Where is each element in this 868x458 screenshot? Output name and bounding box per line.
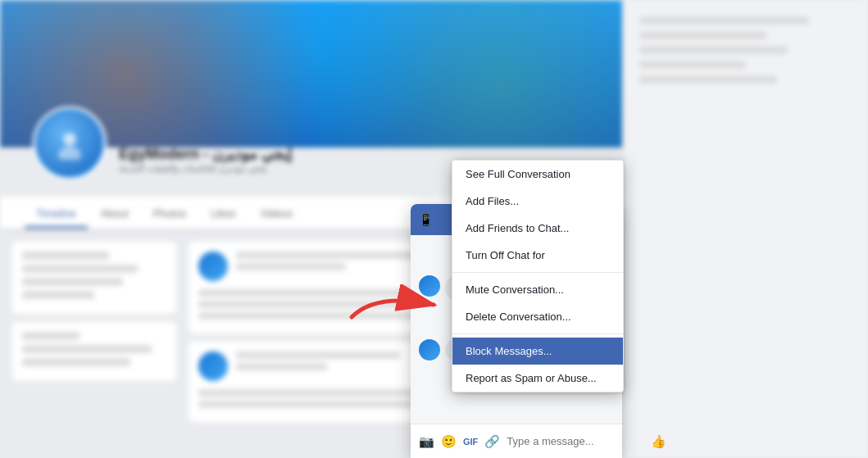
profile-info: EgyModern - إيجي موديرن إيجي موديرن للحا… bbox=[119, 145, 292, 180]
chat-input[interactable] bbox=[507, 435, 644, 447]
profile-section: EgyModern - إيجي موديرن إيجي موديرن للحا… bbox=[33, 107, 292, 180]
tab-timeline[interactable]: Timeline bbox=[25, 201, 88, 229]
profile-subtitle: إيجي موديرن للحاسبات والتقنيات الحديثة bbox=[119, 163, 292, 174]
emoji-icon[interactable]: 🙂 bbox=[441, 434, 457, 449]
menu-turn-off-chat[interactable]: Turn Off Chat for bbox=[452, 242, 623, 269]
avatar bbox=[33, 107, 107, 180]
menu-add-files[interactable]: Add Files... bbox=[452, 188, 623, 215]
menu-divider-2 bbox=[452, 333, 623, 334]
chat-avatar bbox=[419, 275, 440, 297]
menu-see-full-conversation[interactable]: See Full Conversation bbox=[452, 161, 623, 188]
gif-label[interactable]: GIF bbox=[463, 437, 478, 447]
chat-avatar-2 bbox=[419, 339, 440, 361]
svg-point-0 bbox=[63, 133, 76, 146]
tab-likes[interactable]: Likes bbox=[199, 201, 247, 229]
menu-block-messages[interactable]: Block Messages... bbox=[452, 338, 623, 365]
chat-header-left: 📱 bbox=[419, 213, 433, 226]
menu-report-spam[interactable]: Report as Spam or Abuse... bbox=[452, 365, 623, 392]
like-icon[interactable]: 👍 bbox=[651, 434, 666, 449]
profile-name: EgyModern - إيجي موديرن bbox=[119, 145, 292, 163]
chat-footer: 📷 🙂 GIF 🔗 👍 bbox=[411, 424, 622, 458]
svg-point-1 bbox=[58, 147, 81, 160]
right-panel bbox=[622, 0, 868, 458]
menu-add-friends-to-chat[interactable]: Add Friends to Chat... bbox=[452, 215, 623, 242]
tab-photos[interactable]: Photos bbox=[142, 201, 198, 229]
chat-mobile-icon: 📱 bbox=[419, 213, 433, 226]
menu-delete-conversation[interactable]: Delete Conversation... bbox=[452, 303, 623, 330]
tab-about[interactable]: About bbox=[89, 201, 140, 229]
tab-videos[interactable]: Videos bbox=[248, 201, 304, 229]
left-sidebar bbox=[12, 242, 176, 446]
menu-divider-1 bbox=[452, 272, 623, 273]
camera-icon[interactable]: 📷 bbox=[419, 434, 434, 449]
context-menu: See Full Conversation Add Files... Add F… bbox=[452, 160, 624, 392]
menu-mute-conversation[interactable]: Mute Conversation... bbox=[452, 276, 623, 303]
attachment-icon[interactable]: 🔗 bbox=[484, 434, 500, 449]
